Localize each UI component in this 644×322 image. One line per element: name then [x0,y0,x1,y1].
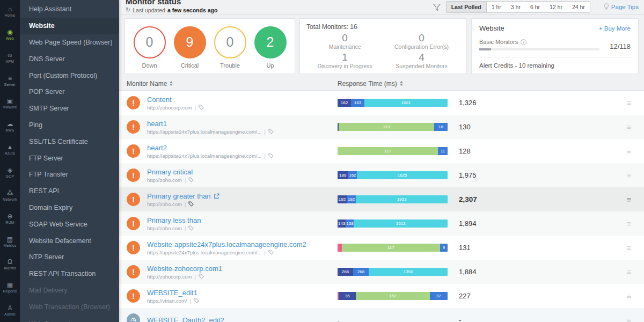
status-circle-up[interactable]: 2Up [254,26,287,69]
sidebar-item-ftp-server[interactable]: FTP Server [20,150,119,166]
row-menu-icon[interactable]: ≡ [619,243,639,252]
rail-item-label: Home [5,13,15,17]
row-menu-icon[interactable]: ≡ [619,147,639,156]
time-range-24-hr[interactable]: 24 hr [567,2,590,12]
sidebar-item-ftp-transfer[interactable]: FTP Transfer [20,166,119,183]
filter-funnel-icon[interactable] [433,4,441,11]
row-menu-icon[interactable]: ≡ [619,122,639,131]
table-row[interactable]: ◷WEBSITE_Oauth2_edit2--≡ [119,308,644,322]
sort-icon[interactable] [170,81,173,86]
rail-item-label: RUM [5,221,14,224]
time-range-selector: Last Polled1 hr3 hr6 hr12 hr24 hr [446,1,590,13]
sidebar-item-rest-api[interactable]: REST API [20,183,119,200]
time-range-last-polled[interactable]: Last Polled [447,2,487,12]
tag-icon[interactable] [268,129,274,134]
time-range-6-hr[interactable]: 6 hr [525,2,545,12]
column-response-time[interactable]: Response Time (ms) [338,80,450,87]
monitor-name-link[interactable]: Primary less than [147,216,338,224]
buy-more-link[interactable]: + Buy More [599,25,631,32]
row-menu-icon[interactable]: ≡ [619,316,639,322]
page-tips-button[interactable]: Page Tips [597,3,639,11]
time-range-1-hr[interactable]: 1 hr [487,2,506,12]
status-circle-critical[interactable]: 9Critical [174,26,206,69]
table-row[interactable]: !Website-zohocorp.com1http://zohocorp.co… [119,260,644,284]
monitor-name-link[interactable]: WEBSITE_edit1 [147,289,338,297]
tag-icon[interactable] [268,250,274,255]
rail-item-rum[interactable]: ⊕RUM [0,207,20,230]
rail-item-web[interactable]: ◉Web [0,23,20,46]
sidebar-item-port-custom-protocol[interactable]: Port (Custom Protocol) [20,67,119,84]
row-menu-icon[interactable]: ≡ [619,195,639,204]
column-monitor-name[interactable]: Monitor Name [127,80,338,87]
sidebar-item-ssl-tls-certificate[interactable]: SSL/TLS Certificate [20,133,119,150]
response-time-total: - [459,316,502,322]
rail-item-azure[interactable]: ▲Azure [0,138,20,161]
rail-item-home[interactable]: ⌂Home [0,0,20,23]
monitor-name-link[interactable]: Primary critical [147,168,338,176]
tag-icon[interactable] [188,201,194,207]
sidebar-item-website-defacement[interactable]: Website Defacement [20,232,119,249]
sidebar-item-ping[interactable]: Ping [20,117,119,134]
table-row[interactable]: !Contenthttp://zohocorp.com|16216310011,… [119,91,644,115]
sidebar-item-rest-api-transaction[interactable]: REST API Transaction [20,266,119,282]
lightbulb-icon [604,3,609,11]
table-row[interactable]: !Website-appsite24x7plus.localmanageengi… [119,236,644,260]
sidebar-item-soap-web-service[interactable]: SOAP Web Service [20,216,119,232]
table-row[interactable]: !heart1https://appsite24x7plus.localmana… [119,115,644,139]
row-menu-icon[interactable]: ≡ [619,291,639,301]
rail-item-admin[interactable]: ♙Admin [0,299,20,322]
time-range-3-hr[interactable]: 3 hr [506,2,525,12]
monitor-name-link[interactable]: WEBSITE_Oauth2_edit2 [147,316,338,322]
rail-item-vmware[interactable]: ▣VMware [0,92,20,115]
monitor-name-link[interactable]: heart2 [147,144,338,152]
row-menu-icon[interactable]: ≡ [619,98,639,107]
stat-value: 0 [383,33,460,43]
tag-icon[interactable] [268,153,274,158]
info-icon[interactable]: i [521,39,526,45]
monitor-url: http://zohocorp.com [147,105,192,111]
table-row[interactable]: !Primary greater thanhttp://zoho.com|192… [119,187,644,211]
rail-item-network[interactable]: ⁂Network [0,184,20,207]
rail-item-metrics[interactable]: ▤Metrics [0,230,20,253]
monitor-name-link[interactable]: heart1 [147,120,338,128]
rail-item-reports[interactable]: ▦Reports [0,276,20,299]
status-circle-down[interactable]: 0Down [134,26,166,69]
sidebar-item-website[interactable]: Website [20,18,119,34]
rail-item-gcp[interactable]: ◈GCP [0,161,20,184]
sidebar-item-smtp-server[interactable]: SMTP Server [20,100,119,117]
tag-icon[interactable] [199,274,204,279]
sidebar-item-pop-server[interactable]: POP Server [20,84,119,100]
table-row[interactable]: !Primary criticalhttp://zoho.com|1881621… [119,163,644,187]
table-row[interactable]: !WEBSITE_edit1https://vtitan.com/|361523… [119,284,644,308]
monitor-name-link[interactable]: Primary greater than [147,192,338,200]
sidebar-item-ntp-server[interactable]: NTP Server [20,249,119,266]
status-circle-trouble[interactable]: 0Trouble [214,26,246,69]
sidebar-item-dns-server[interactable]: DNS Server [20,50,119,67]
rail-item-server[interactable]: ≡Server [0,69,20,92]
tag-icon[interactable] [199,105,204,110]
rail-item-alarms[interactable]: ΩAlarms [0,253,20,276]
alert-icon: ! [127,120,140,134]
sidebar-item-help-assistant[interactable]: Help Assistant [20,1,119,18]
row-menu-icon[interactable]: ≡ [619,171,639,180]
row-menu-icon[interactable]: ≡ [619,219,639,228]
tag-icon[interactable] [188,177,194,182]
time-range-12-hr[interactable]: 12 hr [545,2,567,12]
tag-icon[interactable] [188,225,194,231]
refresh-icon[interactable]: ↻ [126,6,130,13]
rail-item-aws[interactable]: ☁AWS [0,115,20,138]
monitor-url-row: https://appsite24x7plus.localmanageengin… [147,153,338,159]
row-menu-icon[interactable]: ≡ [619,267,639,276]
external-link-icon[interactable] [214,193,219,199]
sort-icon[interactable] [400,81,403,86]
table-row[interactable]: !heart2https://appsite24x7plus.localmana… [119,139,644,163]
monitor-name-link[interactable]: Website-zohocorp.com1 [147,265,338,273]
monitor-name-link[interactable]: Content [147,96,338,104]
rail-item-apm[interactable]: ∞APM [0,46,20,69]
monitor-name-link[interactable]: Website-appsite24x7plus.localmanageengin… [147,240,338,248]
tag-icon[interactable] [194,298,199,303]
sidebar-item-web-page-speed-browser[interactable]: Web Page Speed (Browser) [20,34,119,51]
table-row[interactable]: !Primary less thanhttp://zoho.com|143138… [119,211,644,236]
rail-item-label: Web [6,36,14,40]
sidebar-item-domain-expiry[interactable]: Domain Expiry [20,200,119,216]
